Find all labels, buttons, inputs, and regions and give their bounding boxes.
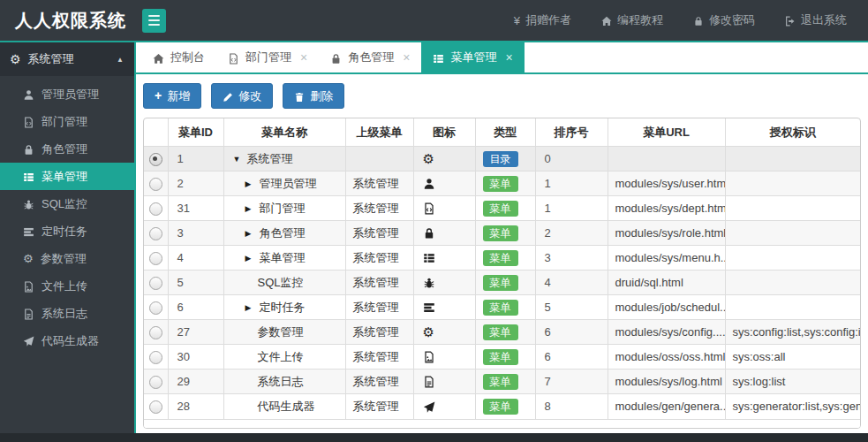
cell-order: 4 xyxy=(535,271,608,295)
menu-toggle-button[interactable] xyxy=(142,9,166,33)
cell-menu-url: modules/gen/genera... xyxy=(608,394,725,419)
table-row[interactable]: 2 管理员管理 系统管理 xyxy=(144,171,860,196)
list-icon xyxy=(23,171,34,183)
tree-caret-icon[interactable] xyxy=(245,303,255,312)
row-radio[interactable] xyxy=(149,376,162,389)
cell-icon xyxy=(413,221,475,246)
tree-caret-icon[interactable] xyxy=(245,179,255,188)
type-badge: 菜单 xyxy=(483,300,518,316)
pencil-icon xyxy=(223,92,233,103)
navbar-links: ¥ 捐赠作者 编程教程 修改密码 退出系统 xyxy=(514,12,868,28)
row-radio[interactable] xyxy=(149,252,162,265)
cell-menu-id: 4 xyxy=(168,246,223,271)
cell-icon xyxy=(413,171,475,196)
column-header[interactable]: 排序号 xyxy=(535,118,608,147)
sidebar-menu: 管理员管理 部门管理 角色管理 菜单管理 SQL监控 xyxy=(0,80,134,354)
row-radio[interactable] xyxy=(149,178,162,191)
column-header[interactable] xyxy=(144,118,168,147)
menu-name-label: 菜单管理 xyxy=(260,250,306,266)
tab-close-icon[interactable]: × xyxy=(403,50,410,65)
cell-auth-mark xyxy=(725,295,860,320)
list-icon xyxy=(433,53,444,65)
cell-select xyxy=(144,345,168,370)
table-row[interactable]: 31 部门管理 系统管理 xyxy=(144,196,860,221)
table-row[interactable]: 28 代码生成器 系统管理 xyxy=(144,394,860,419)
column-header[interactable]: 菜单URL xyxy=(608,118,725,147)
row-radio[interactable] xyxy=(149,202,162,216)
row-radio[interactable] xyxy=(149,400,162,414)
cell-auth-mark: sys:oss:all xyxy=(725,345,860,370)
cell-type: 菜单 xyxy=(475,394,535,419)
table-body: 1 系统管理 ⚙ xyxy=(144,147,860,419)
column-header[interactable]: 菜单ID xyxy=(168,118,223,147)
tab-console[interactable]: 控制台 xyxy=(141,42,216,72)
sidebar-item-job[interactable]: 定时任务 xyxy=(0,217,134,245)
column-header[interactable]: 类型 xyxy=(475,118,535,147)
navbar-link-label: 退出系统 xyxy=(801,12,847,28)
sidebar-item-config[interactable]: ⚙ 参数管理 xyxy=(0,245,134,272)
cell-order: 2 xyxy=(535,221,608,246)
tab-role[interactable]: 角色管理 × xyxy=(319,42,421,72)
table-row[interactable]: 5 SQL监控 系统管理 xyxy=(144,271,860,295)
table-row[interactable]: 29 系统日志 系统管理 xyxy=(144,370,860,394)
home-icon xyxy=(601,16,612,27)
add-button[interactable]: + 新增 xyxy=(143,83,201,109)
sidebar-item-role[interactable]: 角色管理 xyxy=(0,135,134,163)
tab-close-icon[interactable]: × xyxy=(300,50,307,65)
cell-order: 6 xyxy=(535,320,608,345)
column-header[interactable]: 菜单名称 xyxy=(223,118,345,147)
table-row[interactable]: 3 角色管理 系统管理 xyxy=(144,221,860,246)
table-row[interactable]: 6 定时任务 系统管理 xyxy=(144,295,860,320)
table-row[interactable]: 30 文件上传 系统管理 xyxy=(144,345,860,370)
sidebar-item-label: 系统日志 xyxy=(42,306,87,322)
cell-menu-url: modules/job/schedul... xyxy=(608,295,725,320)
type-badge: 菜单 xyxy=(483,225,518,241)
sidebar-item-generator[interactable]: 代码生成器 xyxy=(0,327,134,354)
row-radio[interactable] xyxy=(149,153,162,166)
tree-caret-icon[interactable] xyxy=(245,254,255,263)
file-code-icon xyxy=(228,53,239,65)
table-row[interactable]: 4 菜单管理 系统管理 xyxy=(144,246,860,271)
cell-menu-name: 菜单管理 xyxy=(223,246,345,271)
column-header[interactable]: 图标 xyxy=(413,118,475,147)
sidebar-item-menu[interactable]: 菜单管理 xyxy=(0,163,134,190)
row-radio[interactable] xyxy=(149,351,162,364)
sidebar-item-admin[interactable]: 管理员管理 xyxy=(0,80,134,108)
cell-type: 目录 xyxy=(475,147,535,171)
tree-caret-icon[interactable] xyxy=(245,229,255,238)
navbar-link-label: 捐赠作者 xyxy=(525,12,571,28)
row-radio[interactable] xyxy=(149,227,162,240)
link-donate[interactable]: ¥ 捐赠作者 xyxy=(514,12,571,28)
sidebar-item-label: 定时任务 xyxy=(42,224,87,240)
link-password[interactable]: 修改密码 xyxy=(693,12,755,28)
link-logout[interactable]: 退出系统 xyxy=(785,12,847,28)
cell-type: 菜单 xyxy=(475,295,535,320)
cell-icon xyxy=(413,394,475,419)
main-area: 控制台 部门管理 × 角色管理 × 菜单管理 × xyxy=(136,42,868,433)
tree-caret-icon[interactable] xyxy=(233,155,243,164)
tab-bar: 控制台 部门管理 × 角色管理 × 菜单管理 × xyxy=(136,42,868,74)
edit-button[interactable]: 修改 xyxy=(211,83,273,109)
cell-menu-url: modules/sys/dept.html xyxy=(608,196,725,221)
cell-parent-menu: 系统管理 xyxy=(345,171,413,196)
tab-menu[interactable]: 菜单管理 × xyxy=(421,42,524,72)
table-row[interactable]: 1 系统管理 ⚙ xyxy=(144,147,860,171)
column-header[interactable]: 上级菜单 xyxy=(345,118,413,147)
sidebar-item-sql[interactable]: SQL监控 xyxy=(0,190,134,217)
sidebar-item-log[interactable]: 系统日志 xyxy=(0,300,134,327)
row-radio[interactable] xyxy=(149,326,162,339)
sidebar-item-dept[interactable]: 部门管理 xyxy=(0,108,134,135)
table-row[interactable]: 27 参数管理 系统管理 ⚙ xyxy=(144,320,860,345)
tree-caret-icon[interactable] xyxy=(245,204,255,213)
delete-button[interactable]: 删除 xyxy=(283,83,344,109)
row-radio[interactable] xyxy=(149,301,162,315)
link-tutorial[interactable]: 编程教程 xyxy=(601,12,663,28)
sidebar-item-oss[interactable]: 文件上传 xyxy=(0,272,134,300)
tab-close-icon[interactable]: × xyxy=(505,50,512,65)
column-header[interactable]: 授权标识 xyxy=(725,118,860,147)
sidebar-group-system[interactable]: ⚙ 系统管理 ▲ xyxy=(0,42,134,76)
cell-select xyxy=(144,394,168,419)
tab-dept[interactable]: 部门管理 × xyxy=(216,42,319,72)
row-radio[interactable] xyxy=(149,277,162,290)
lock-icon xyxy=(330,53,342,65)
